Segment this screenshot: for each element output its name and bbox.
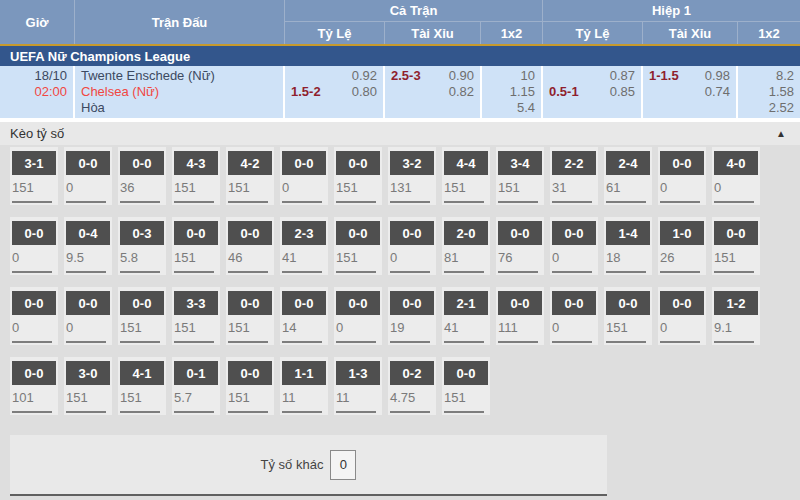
score-cell[interactable]: 0-0101: [10, 357, 58, 415]
score-underline: [174, 341, 214, 343]
score-label: 0-3: [120, 221, 164, 245]
score-cell[interactable]: 3-4151: [496, 147, 544, 205]
full-ou-over-odds[interactable]: 0.90: [449, 68, 474, 84]
score-odds: 151: [66, 390, 110, 406]
full-1x2-draw-odds[interactable]: 5.4: [517, 100, 535, 116]
full-ou-under-odds[interactable]: 0.82: [449, 84, 474, 100]
score-cell[interactable]: 0-00: [550, 287, 598, 345]
score-cell[interactable]: 4-00: [712, 147, 760, 205]
score-cell[interactable]: 0-0111: [496, 287, 544, 345]
score-underline: [120, 411, 160, 413]
score-odds: 0: [66, 180, 110, 196]
half-hdp-home-odds[interactable]: 0.87: [610, 68, 635, 84]
half-hdp-away-odds[interactable]: 0.85: [610, 84, 635, 100]
half-1x2-draw-odds[interactable]: 2.52: [769, 100, 794, 116]
score-cell[interactable]: 0-036: [118, 147, 166, 205]
col-header-half-overunder: Tài Xỉu: [643, 22, 738, 44]
half-ou-under-odds[interactable]: 0.74: [705, 84, 730, 100]
score-underline: [390, 341, 430, 343]
score-label: 0-0: [390, 291, 434, 315]
full-hdp-away-odds[interactable]: 0.80: [352, 84, 377, 100]
score-cell[interactable]: 0-0151: [172, 217, 220, 275]
score-cell[interactable]: 0-014: [280, 287, 328, 345]
half-ou-line: 1-1.5: [649, 68, 679, 84]
score-label: 4-4: [444, 151, 488, 175]
full-1x2-home-odds[interactable]: 10: [521, 68, 535, 84]
score-cell[interactable]: 0-0151: [118, 287, 166, 345]
score-cell[interactable]: 0-00: [64, 147, 112, 205]
score-cell[interactable]: 0-49.5: [64, 217, 112, 275]
score-cell[interactable]: 1-418: [604, 217, 652, 275]
score-cell[interactable]: 0-0151: [442, 357, 490, 415]
score-cell[interactable]: 0-0151: [334, 147, 382, 205]
score-cell[interactable]: 3-0151: [64, 357, 112, 415]
full-hdp-line: 1.5-2: [291, 84, 321, 100]
score-cell[interactable]: 0-046: [226, 217, 274, 275]
score-cell[interactable]: 0-35.8: [118, 217, 166, 275]
score-odds: 0: [660, 180, 704, 196]
half-hdp-line: 0.5-1: [549, 84, 579, 100]
score-label: 0-0: [120, 151, 164, 175]
score-row: 0-000-49.50-35.80-01510-0462-3410-01510-…: [10, 217, 800, 287]
draw-label: Hòa: [75, 100, 283, 116]
score-cell[interactable]: 0-00: [388, 217, 436, 275]
score-label: 0-0: [12, 221, 56, 245]
score-cell[interactable]: 0-0151: [226, 357, 274, 415]
score-cell[interactable]: 2-081: [442, 217, 490, 275]
collapse-triangle-icon[interactable]: ▲: [776, 128, 786, 139]
score-cell[interactable]: 0-00: [334, 287, 382, 345]
score-cell[interactable]: 0-24.75: [388, 357, 436, 415]
score-cell[interactable]: 0-00: [280, 147, 328, 205]
other-score-value[interactable]: 0: [330, 450, 356, 480]
score-cell[interactable]: 0-0151: [226, 287, 274, 345]
score-cell[interactable]: 0-0151: [334, 217, 382, 275]
score-cell[interactable]: 0-00: [10, 287, 58, 345]
score-cell[interactable]: 1-026: [658, 217, 706, 275]
full-1x2-away-odds[interactable]: 1.15: [510, 84, 535, 100]
score-cell[interactable]: 4-1151: [118, 357, 166, 415]
score-label: 2-2: [552, 151, 596, 175]
score-cell[interactable]: 0-019: [388, 287, 436, 345]
score-cell[interactable]: 0-00: [64, 287, 112, 345]
score-cell[interactable]: 2-341: [280, 217, 328, 275]
score-cell[interactable]: 2-231: [550, 147, 598, 205]
match-date: 18/10: [0, 68, 73, 84]
score-underline: [174, 201, 214, 203]
score-cell[interactable]: 0-15.7: [172, 357, 220, 415]
score-cell[interactable]: 4-4151: [442, 147, 490, 205]
half-1x2-away-odds[interactable]: 1.58: [769, 84, 794, 100]
score-underline: [390, 411, 430, 413]
score-cell[interactable]: 2-461: [604, 147, 652, 205]
score-cell[interactable]: 0-076: [496, 217, 544, 275]
score-cell[interactable]: 2-141: [442, 287, 490, 345]
score-label: 4-0: [714, 151, 758, 175]
score-cell[interactable]: 3-3151: [172, 287, 220, 345]
score-cell[interactable]: 0-00: [550, 217, 598, 275]
half-ou-over-odds[interactable]: 0.98: [705, 68, 730, 84]
score-cell[interactable]: 0-0151: [604, 287, 652, 345]
full-hdp-home-odds[interactable]: 0.92: [352, 68, 377, 84]
score-underline: [498, 341, 538, 343]
score-cell[interactable]: 0-00: [10, 217, 58, 275]
score-odds: 31: [552, 180, 596, 196]
score-cell[interactable]: 1-29.1: [712, 287, 760, 345]
score-cell[interactable]: 0-00: [658, 287, 706, 345]
score-underline: [282, 341, 322, 343]
score-odds: 5.7: [174, 390, 218, 406]
score-odds: 41: [282, 250, 326, 266]
score-cell[interactable]: 0-00: [658, 147, 706, 205]
col-header-half-1x2: 1x2: [738, 22, 800, 44]
score-label: 1-2: [714, 291, 758, 315]
score-underline: [660, 201, 700, 203]
score-cell[interactable]: 0-0151: [712, 217, 760, 275]
score-cell[interactable]: 3-1151: [10, 147, 58, 205]
score-cell[interactable]: 4-2151: [226, 147, 274, 205]
score-underline: [12, 411, 52, 413]
full-overunder-col: 2.5-30.90 0.82: [385, 66, 482, 118]
score-odds: 151: [606, 320, 650, 336]
score-cell[interactable]: 1-311: [334, 357, 382, 415]
score-cell[interactable]: 1-111: [280, 357, 328, 415]
score-cell[interactable]: 4-3151: [172, 147, 220, 205]
half-1x2-home-odds[interactable]: 8.2: [776, 68, 794, 84]
score-cell[interactable]: 3-2131: [388, 147, 436, 205]
